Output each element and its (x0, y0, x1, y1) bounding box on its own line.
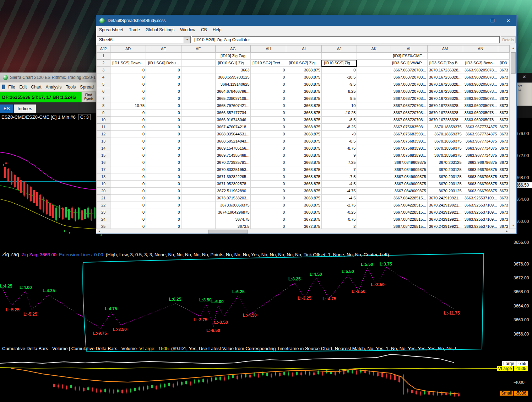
spreadsheet-menu-item[interactable]: CB (198, 27, 210, 32)
scroll-right-icon[interactable]: ► (504, 229, 510, 234)
cell-AG11[interactable]: 3667.476074218... (215, 124, 251, 131)
cell-AJ12[interactable]: -9 (321, 131, 357, 138)
cell-AE14[interactable]: 0 (146, 145, 181, 152)
cell-AM21[interactable]: 3670.242919921... (427, 195, 463, 202)
sierra-menu-item[interactable]: Tools (64, 85, 78, 90)
cell-AN21[interactable]: 3663.925537109... (463, 195, 498, 202)
cell-x7[interactable]: 3673 (498, 95, 510, 102)
cell-AH20[interactable]: 0 (251, 188, 286, 195)
cell-AD10[interactable]: 0 (110, 117, 146, 124)
cell-AD19[interactable]: 0 (110, 181, 146, 188)
cell-AG10[interactable]: 3666.916748046... (215, 117, 251, 124)
cell-AN5[interactable]: 3663.960205078... (463, 81, 498, 88)
cell-AL16[interactable]: 3667.0849609375 (391, 159, 427, 166)
cell-AM10[interactable]: 3670.167236328... (427, 117, 463, 124)
col-header-AN[interactable]: AN (463, 45, 498, 53)
cell-AE25[interactable]: 0 (146, 223, 181, 229)
cell-AK18[interactable] (357, 173, 391, 181)
cell-AF8[interactable] (181, 102, 215, 109)
cell-AG13[interactable]: 3668.595214843... (215, 138, 251, 145)
cell-AG18[interactable]: 3671.392822265... (215, 173, 251, 181)
grid-scroll-area[interactable]: AJ2ADAEAFAGAHAIAJAKALAMAN1[ID10] Zig Zag… (96, 45, 510, 229)
cell-x8[interactable]: 3673 (498, 102, 510, 109)
cell-AD25[interactable]: 0 (110, 223, 146, 229)
cell-AF6[interactable] (181, 88, 215, 95)
row-header[interactable]: 17 (97, 166, 110, 173)
cell-x25[interactable]: 3673 (498, 223, 510, 229)
row-header[interactable]: 11 (97, 124, 110, 131)
col-header-AF[interactable]: AF (181, 45, 215, 53)
cell-AI25[interactable]: 3672.875 (286, 223, 322, 229)
cell-AF21[interactable] (181, 195, 215, 202)
cell-AJ14[interactable]: -8.75 (321, 145, 357, 152)
cell-AH13[interactable]: 0 (251, 138, 286, 145)
cell-AN20[interactable]: 3663.966796875 (463, 188, 498, 195)
horizontal-scroll-thumb[interactable] (208, 230, 248, 234)
cell-AM9[interactable]: 3670.167236328... (427, 109, 463, 117)
cell-AM11[interactable]: 3670.18359375 (427, 124, 463, 131)
cell-AN10[interactable]: 3663.960205078... (463, 117, 498, 124)
cell-AL18[interactable]: 3667.0849609375 (391, 173, 427, 181)
cell-AH14[interactable]: 0 (251, 145, 286, 152)
cell-x15[interactable]: 3673 (498, 152, 510, 159)
sierra-menu-item[interactable]: Analysis (44, 85, 64, 90)
cell-AF10[interactable] (181, 117, 215, 124)
cell-AH24[interactable]: 0 (251, 216, 286, 223)
cell-AE22[interactable]: 0 (146, 202, 181, 209)
cell-AE12[interactable]: 0 (146, 131, 181, 138)
cell-AN9[interactable]: 3663.960205078... (463, 109, 498, 117)
spreadsheet-menu-item[interactable]: Window (177, 27, 198, 32)
spreadsheet-menu-item[interactable]: Global Settings (143, 27, 177, 32)
cell-x12[interactable]: 3673 (498, 131, 510, 138)
cell-AN19[interactable]: 3663.966796875 (463, 181, 498, 188)
cell-AI1[interactable] (286, 53, 322, 60)
cell-AK16[interactable] (357, 159, 391, 166)
cell-AD5[interactable]: 0 (110, 81, 146, 88)
cell-AI24[interactable]: 3672.875 (286, 216, 322, 223)
cell-AN2[interactable]: [ID3.SG3] Botto... (463, 60, 498, 67)
row-header[interactable]: 15 (97, 152, 110, 159)
chartbook-tab[interactable]: ES (0, 104, 13, 113)
cell-AM18[interactable]: 3670.203125 (427, 173, 463, 181)
spreadsheet-menu-item[interactable]: Help (210, 27, 224, 32)
cell-AF3[interactable] (181, 67, 215, 74)
cell-x14[interactable]: 3673 (498, 145, 510, 152)
cell-AD21[interactable]: 0 (110, 195, 146, 202)
cell-AI16[interactable]: 3668.875 (286, 159, 322, 166)
scroll-left-icon[interactable]: ◄ (96, 229, 102, 234)
cell-AJ19[interactable]: -4.5 (321, 181, 357, 188)
cell-AH11[interactable]: 0 (251, 124, 286, 131)
cell-AD22[interactable]: 0 (110, 202, 146, 209)
cell-AN7[interactable]: 3663.960205078... (463, 95, 498, 102)
cell-AD3[interactable]: 0 (110, 67, 146, 74)
cell-AN8[interactable]: 3663.960205078... (463, 102, 498, 109)
cell-AJ7[interactable]: -9.5 (321, 95, 357, 102)
cell-AK15[interactable] (357, 152, 391, 159)
cell-x24[interactable]: 3673 (498, 216, 510, 223)
cell-AK3[interactable] (357, 67, 391, 74)
cell-AF13[interactable] (181, 138, 215, 145)
cell-AG12[interactable]: 3668.035644531... (215, 131, 251, 138)
cell-AE21[interactable]: 0 (146, 195, 181, 202)
cell-AF1[interactable] (181, 53, 215, 60)
cell-AK6[interactable] (357, 88, 391, 95)
chevron-down-icon[interactable]: ▼ (184, 37, 190, 43)
cell-AH1[interactable] (251, 53, 286, 60)
cell-AL12[interactable]: 3667.075683593... (391, 131, 427, 138)
cell-AG5[interactable]: 3664.119140625 (215, 81, 251, 88)
cell-AE16[interactable]: 0 (146, 159, 181, 166)
cell-AG1[interactable]: [ID10] Zig Zag (215, 53, 251, 60)
cell-x10[interactable]: 3673 (498, 117, 510, 124)
cell-AI14[interactable]: 3668.875 (286, 145, 322, 152)
cell-AI11[interactable]: 3668.875 (286, 124, 322, 131)
cell-AJ23[interactable]: -0.25 (321, 209, 357, 216)
cell-AJ8[interactable]: -10 (321, 102, 357, 109)
cell-AE19[interactable]: 0 (146, 181, 181, 188)
maximize-button[interactable]: ❒ (484, 15, 500, 26)
cell-AJ2[interactable]: [ID10.SG9] Zig ... (321, 60, 357, 67)
cell-AJ6[interactable]: -8.25 (321, 88, 357, 95)
cell-AI3[interactable]: 3668.875 (286, 67, 322, 74)
row-header[interactable]: 7 (97, 95, 110, 102)
sheet-selector[interactable]: Sheet6 ▼ (97, 36, 191, 43)
cell-AH3[interactable]: 0 (251, 67, 286, 74)
